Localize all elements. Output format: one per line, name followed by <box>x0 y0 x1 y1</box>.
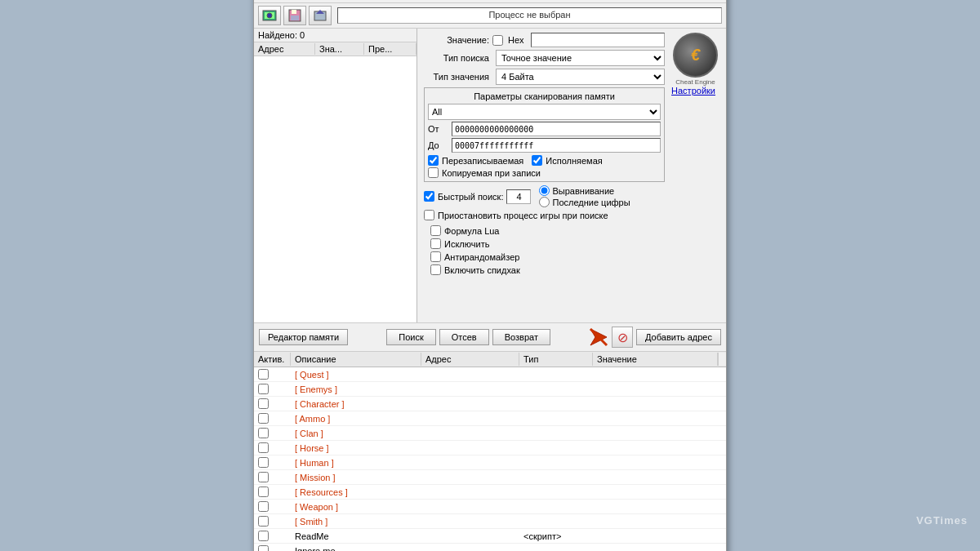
search-button[interactable]: Поиск <box>386 329 435 345</box>
settings-link[interactable]: Настройки <box>671 86 719 96</box>
value-label: Значение: <box>424 35 489 45</box>
load-button[interactable] <box>309 6 332 25</box>
table-row[interactable]: [ Quest ] <box>254 367 726 382</box>
row-addr <box>421 374 519 375</box>
svg-rect-4 <box>292 10 296 14</box>
row-desc: [ Character ] <box>291 398 421 410</box>
row-desc: Ignore me <box>291 545 421 552</box>
row-checkbox[interactable] <box>258 369 269 380</box>
row-desc: [ Resources ] <box>291 487 421 498</box>
table-row[interactable]: [ Human ] <box>254 455 726 470</box>
toolbar: Процесс не выбран <box>254 3 726 29</box>
table-row[interactable]: [ Mission ] <box>254 470 726 485</box>
table-row[interactable]: [ Clan ] <box>254 426 726 441</box>
scan-type-label: Тип поиска <box>424 53 489 63</box>
open-process-button[interactable] <box>258 6 281 25</box>
scan-params-select[interactable]: All <box>428 104 661 120</box>
writable-checkbox[interactable] <box>428 155 439 166</box>
table-row[interactable]: [ Ammo ] <box>254 411 726 426</box>
menu-file[interactable]: Файл <box>257 0 289 1</box>
value-input[interactable] <box>531 33 666 47</box>
row-addr <box>421 403 519 405</box>
col-desc: Описание <box>291 353 421 366</box>
scan-type-select[interactable]: Точное значение <box>496 50 665 66</box>
table-row[interactable]: [ Weapon ] <box>254 500 726 514</box>
row-checkbox[interactable] <box>258 398 269 409</box>
table-row[interactable]: [ Resources ] <box>254 485 726 500</box>
row-desc: [ Mission ] <box>291 472 421 483</box>
save-button[interactable] <box>283 6 306 25</box>
row-type <box>519 477 593 478</box>
row-desc: [ Smith ] <box>291 516 421 527</box>
row-checkbox[interactable] <box>258 545 269 551</box>
row-addr <box>421 462 519 464</box>
row-type: <скрипт> <box>519 531 593 542</box>
row-desc: [ Quest ] <box>291 369 421 380</box>
row-type <box>519 374 593 375</box>
menu-table[interactable]: Таблица <box>343 0 388 1</box>
copy-on-write-checkbox[interactable] <box>428 167 439 178</box>
row-type <box>519 521 593 522</box>
mem-editor-button[interactable]: Редактор памяти <box>259 329 348 345</box>
lua-formula-checkbox[interactable] <box>430 225 441 236</box>
executable-checkbox[interactable] <box>532 155 542 166</box>
filter-button[interactable]: Отсев <box>439 329 489 345</box>
menu-d3d[interactable]: D3D <box>390 0 417 1</box>
search-panel: Значение: Hex Тип поиска Точное значение <box>417 29 726 322</box>
row-value <box>593 418 726 420</box>
row-checkbox[interactable] <box>258 442 269 453</box>
table-row[interactable]: [ Smith ] <box>254 514 726 529</box>
row-checkbox[interactable] <box>258 531 269 541</box>
menu-help[interactable]: Справка <box>419 0 464 1</box>
fast-search-input[interactable] <box>506 189 531 204</box>
row-checkbox[interactable] <box>258 413 269 424</box>
hex-checkbox[interactable] <box>492 35 503 46</box>
row-checkbox[interactable] <box>258 501 269 512</box>
found-list-panel: Найдено: 0 Адрес Зна... Пре... <box>254 29 417 322</box>
fast-search-checkbox[interactable] <box>424 191 434 202</box>
add-address-button[interactable]: Добавить адрес <box>636 329 721 345</box>
row-checkbox[interactable] <box>258 472 269 482</box>
suspend-checkbox[interactable] <box>424 210 434 220</box>
found-list[interactable] <box>254 56 416 322</box>
scan-params-title: Параметры сканирования памяти <box>428 91 661 101</box>
row-checkbox[interactable] <box>258 384 269 394</box>
col-type: Тип <box>519 353 593 366</box>
found-count: Найдено: 0 <box>254 29 416 42</box>
last-digits-label: Последние цифры <box>552 198 630 207</box>
to-input[interactable] <box>452 138 661 153</box>
from-label: От <box>428 124 448 134</box>
speedhack-checkbox[interactable] <box>430 264 441 275</box>
last-digits-radio[interactable] <box>539 197 550 207</box>
row-value <box>593 462 726 464</box>
value-type-select[interactable]: 4 Байта <box>496 69 665 85</box>
return-button[interactable]: Возврат <box>492 329 550 345</box>
table-row[interactable]: [ Horse ] <box>254 441 726 455</box>
table-row[interactable]: [ Enemys ] <box>254 382 726 397</box>
row-checkbox[interactable] <box>258 428 269 438</box>
row-value <box>593 477 726 478</box>
row-desc: [ Ammo ] <box>291 413 421 424</box>
row-addr <box>421 477 519 478</box>
row-checkbox[interactable] <box>258 457 269 468</box>
row-type <box>519 506 593 508</box>
row-checkbox[interactable] <box>258 487 269 497</box>
row-value <box>593 535 726 537</box>
ce-logo: € <box>673 33 718 78</box>
address-list[interactable]: [ Quest ] [ Enemys ] [ Character ] [ Amm… <box>254 367 726 551</box>
from-input[interactable] <box>452 122 661 136</box>
menu-edit[interactable]: Изменить <box>291 0 341 1</box>
table-row[interactable]: Ignore me <box>254 544 726 551</box>
exclude-checkbox[interactable] <box>430 238 441 249</box>
cheat-engine-text: Cheat Engine <box>675 78 715 86</box>
row-value <box>593 521 726 522</box>
align-radio[interactable] <box>539 185 550 196</box>
stop-button[interactable]: ⊘ <box>612 327 633 348</box>
table-row[interactable]: ReadMe <скрипт> <box>254 529 726 544</box>
row-type <box>519 447 593 449</box>
row-desc: [ Human ] <box>291 457 421 469</box>
fast-search-label: Быстрый поиск: <box>438 192 503 202</box>
table-row[interactable]: [ Character ] <box>254 397 726 411</box>
row-checkbox[interactable] <box>258 516 269 527</box>
antirandom-checkbox[interactable] <box>430 251 441 262</box>
